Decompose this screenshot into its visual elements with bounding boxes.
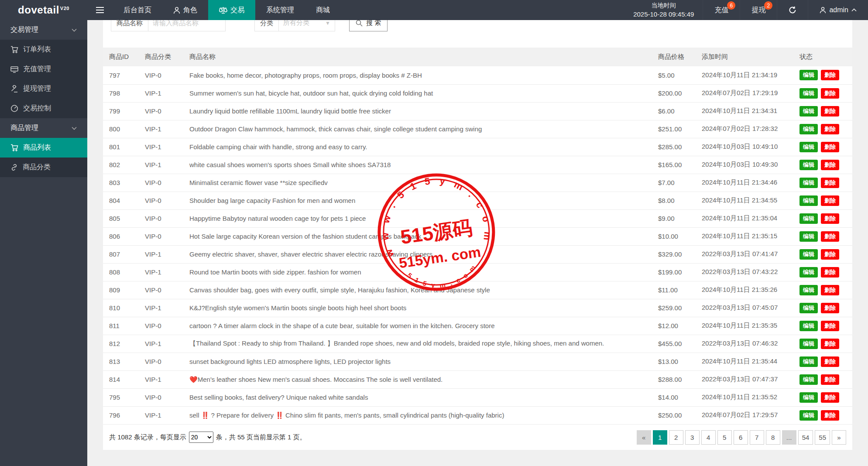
edit-button[interactable]: 编辑 xyxy=(799,178,818,188)
delete-button[interactable]: 删除 xyxy=(821,124,839,134)
page-button[interactable]: 4 xyxy=(701,430,716,445)
sidebar-item-withdraw-manage[interactable]: 提现管理 xyxy=(0,79,87,99)
delete-button[interactable]: 删除 xyxy=(821,249,839,260)
product-category: VIP-1 xyxy=(139,299,183,317)
delete-button[interactable]: 删除 xyxy=(821,70,839,80)
delete-button[interactable]: 删除 xyxy=(821,106,839,116)
product-name-input[interactable] xyxy=(148,20,225,31)
row-actions: 编辑删除 xyxy=(793,245,852,263)
admin-menu[interactable]: admin xyxy=(808,0,868,20)
edit-button[interactable]: 编辑 xyxy=(799,249,818,260)
nav-item-trade[interactable]: 交易 xyxy=(208,0,255,20)
page-button[interactable]: 5 xyxy=(717,430,732,445)
edit-button[interactable]: 编辑 xyxy=(799,124,818,134)
edit-button[interactable]: 编辑 xyxy=(799,142,818,152)
page-button[interactable]: 2 xyxy=(669,430,683,445)
sidebar-item-product-category[interactable]: 商品分类 xyxy=(0,158,87,177)
delete-button[interactable]: 删除 xyxy=(821,321,839,331)
table-row: 795VIP-0Best selling books, fast deliver… xyxy=(103,388,852,406)
delete-button[interactable]: 删除 xyxy=(821,267,839,278)
sidebar-group-trade[interactable]: 交易管理 xyxy=(0,20,87,40)
sidebar-group-product[interactable]: 商品管理 xyxy=(0,118,87,138)
product-name: Summer women's sun hat, bicycle hat, out… xyxy=(183,84,652,102)
recharge-button[interactable]: 充值 6 xyxy=(703,0,740,20)
delete-button[interactable]: 删除 xyxy=(821,213,839,224)
nav-item-mall[interactable]: 商城 xyxy=(305,0,341,20)
table-row: 812VIP-1【Thailand Spot : Ready to ship f… xyxy=(103,335,852,353)
row-actions: 编辑删除 xyxy=(793,227,852,245)
chevron-down-icon xyxy=(72,127,77,130)
product-price: $251.00 xyxy=(652,120,696,138)
nav-item-dashboard[interactable]: 后台首页 xyxy=(113,0,162,20)
edit-button[interactable]: 编辑 xyxy=(799,231,818,242)
search-button[interactable]: 搜 索 xyxy=(349,20,388,31)
edit-button[interactable]: 编辑 xyxy=(799,106,818,116)
delete-button[interactable]: 删除 xyxy=(821,160,839,170)
sidebar-item-trade-control[interactable]: 交易控制 xyxy=(0,99,87,118)
page-button[interactable]: 55 xyxy=(815,430,830,445)
delete-button[interactable]: 删除 xyxy=(821,339,839,349)
edit-button[interactable]: 编辑 xyxy=(799,88,818,99)
delete-button[interactable]: 删除 xyxy=(821,392,839,403)
product-name: Canvas shoulder bag, goes with every out… xyxy=(183,281,652,299)
search-icon xyxy=(356,20,363,27)
delete-button[interactable]: 删除 xyxy=(821,303,839,313)
page-button[interactable]: 7 xyxy=(750,430,764,445)
product-add-time: 2024年10月11日 21:34:19 xyxy=(696,66,793,84)
edit-button[interactable]: 编辑 xyxy=(799,70,818,80)
sidebar-item-order-list[interactable]: 订单列表 xyxy=(0,40,87,59)
product-add-time: 2024年07月02日 17:28:32 xyxy=(696,120,793,138)
header-product-name: 商品名称 xyxy=(183,48,652,66)
page-button[interactable]: 8 xyxy=(766,430,780,445)
delete-button[interactable]: 删除 xyxy=(821,142,839,152)
delete-button[interactable]: 删除 xyxy=(821,374,839,385)
edit-button[interactable]: 编辑 xyxy=(799,374,818,385)
edit-button[interactable]: 编辑 xyxy=(799,392,818,403)
edit-button[interactable]: 编辑 xyxy=(799,410,818,421)
refresh-button[interactable] xyxy=(777,0,808,20)
edit-button[interactable]: 编辑 xyxy=(799,321,818,331)
nav-item-system[interactable]: 系统管理 xyxy=(255,0,305,20)
delete-button[interactable]: 删除 xyxy=(821,410,839,421)
withdraw-button[interactable]: 提现 2 xyxy=(740,0,777,20)
edit-button[interactable]: 编辑 xyxy=(799,160,818,170)
nav-item-roles[interactable]: 角色 xyxy=(162,0,208,20)
edit-button[interactable]: 编辑 xyxy=(799,213,818,224)
row-actions: 编辑删除 xyxy=(793,209,852,227)
delete-button[interactable]: 删除 xyxy=(821,88,839,99)
record-count-text: 共 1082 条记录，每页显示 xyxy=(109,433,186,442)
pagination: «12345678...5455» xyxy=(637,430,846,445)
page-size-select[interactable]: 20 xyxy=(189,432,213,443)
delete-button[interactable]: 删除 xyxy=(821,178,839,188)
page-button[interactable]: » xyxy=(832,430,846,445)
table-row: 802VIP-1white casual shoes women's sport… xyxy=(103,156,852,174)
sidebar-group-label: 商品管理 xyxy=(10,123,38,133)
menu-toggle-button[interactable] xyxy=(87,0,113,20)
product-id: 811 xyxy=(103,317,139,335)
page-button[interactable]: « xyxy=(637,430,651,445)
sidebar-item-recharge-manage[interactable]: 充值管理 xyxy=(0,59,87,79)
page-button[interactable]: 54 xyxy=(798,430,813,445)
scales-icon xyxy=(219,7,227,14)
page-button[interactable]: 3 xyxy=(685,430,700,445)
sidebar-item-product-list[interactable]: 商品列表 xyxy=(0,138,87,158)
product-add-time: 2022年03月13日 07:45:07 xyxy=(696,299,793,317)
edit-button[interactable]: 编辑 xyxy=(799,267,818,278)
edit-button[interactable]: 编辑 xyxy=(799,339,818,349)
page-button-current[interactable]: 1 xyxy=(653,430,667,445)
edit-button[interactable]: 编辑 xyxy=(799,285,818,295)
page-button[interactable]: 6 xyxy=(734,430,748,445)
category-select[interactable]: 所有分类 ▼ xyxy=(279,20,335,31)
app-logo-text: dovetail xyxy=(18,4,59,16)
product-price: $455.00 xyxy=(652,335,696,353)
edit-button[interactable]: 编辑 xyxy=(799,356,818,367)
edit-button[interactable]: 编辑 xyxy=(799,195,818,206)
delete-button[interactable]: 删除 xyxy=(821,231,839,242)
sidebar: 交易管理 订单列表 充值管理 提现管理 交易控制 商品管理 商品列表 xyxy=(0,20,87,466)
edit-button[interactable]: 编辑 xyxy=(799,303,818,313)
delete-button[interactable]: 删除 xyxy=(821,356,839,367)
delete-button[interactable]: 删除 xyxy=(821,195,839,206)
product-category: VIP-1 xyxy=(139,84,183,102)
delete-button[interactable]: 删除 xyxy=(821,285,839,295)
table-row: 809VIP-0Canvas shoulder bag, goes with e… xyxy=(103,281,852,299)
